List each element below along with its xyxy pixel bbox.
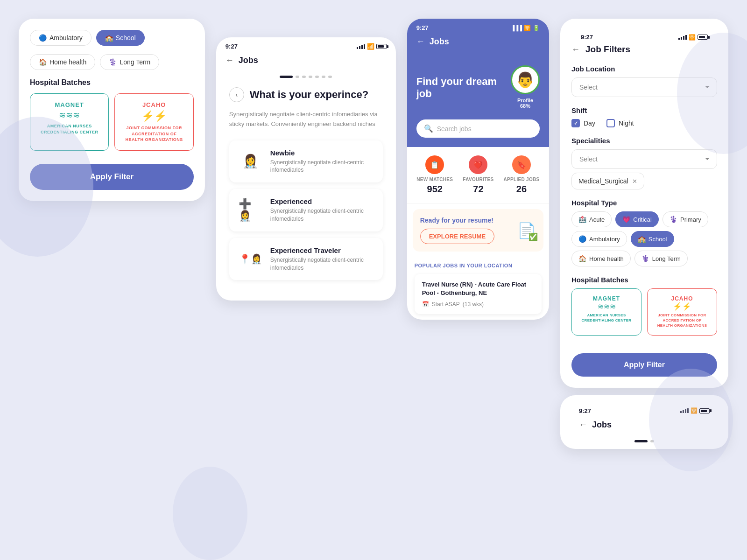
hospital-type-grid: 🏥 Acute 💗 Critical ⚕️ Primary 🔵	[571, 211, 717, 266]
experience-content: ‹ What is your experince? Synergisticall…	[216, 83, 396, 301]
night-label: Night	[619, 119, 634, 127]
battery-bottom-icon	[699, 408, 710, 413]
search-bar[interactable]: 🔍 Search jobs	[416, 119, 540, 138]
favourites-label: FAVOURITES	[463, 177, 493, 182]
hospital-batches-right-label: Hospital Batches	[571, 276, 717, 284]
hospital-batches-right-section: Hospital Batches MAGNET ≋≋≋ AMERICAN NUR…	[571, 276, 717, 336]
nav-title-bottom: Jobs	[592, 420, 612, 430]
batch-magnet-right-title: MAGNET	[577, 295, 636, 302]
battery-icon	[376, 44, 387, 49]
new-matches-label: NEW MATCHES	[416, 177, 453, 182]
batch-magnet-right[interactable]: MAGNET ≋≋≋ AMERICAN NURSESCREDENTIALING …	[571, 288, 641, 336]
batch-jcaho-right[interactable]: JCAHO ⚡⚡ JOINT COMMISSION FORACCREDITATI…	[647, 288, 717, 336]
acute-icon: 🏥	[578, 216, 586, 223]
back-btn-experience[interactable]: ←	[226, 56, 234, 65]
job-card[interactable]: Travel Nurse (RN) - Acute Care Float Poo…	[415, 274, 542, 314]
profile-percent: Profile 68%	[514, 96, 537, 110]
batch-jcaho-title: JCAHO	[120, 101, 187, 108]
status-bar-filters: 9:27 🛜	[571, 28, 717, 42]
night-checkbox[interactable]	[606, 119, 615, 127]
hosp-tag-school[interactable]: 🏫 School	[631, 231, 674, 247]
hosp-tag-long-term[interactable]: ⚕️ Long Term	[634, 251, 688, 266]
back-btn-filters[interactable]: ←	[571, 45, 580, 55]
right-col: 9:27 🛜 ← Job Filters	[560, 19, 728, 449]
magnet-wave-right-icon: ≋≋≋	[577, 302, 636, 311]
shift-night-check[interactable]: Night	[606, 119, 634, 127]
nav-header-experience: ← Jobs	[216, 52, 396, 73]
day-checkbox[interactable]	[571, 119, 580, 127]
shift-day-check[interactable]: Day	[571, 119, 595, 127]
tag-ambulatory[interactable]: 🔵 Ambulatory	[30, 30, 92, 46]
tag-school[interactable]: 🏫 School	[96, 30, 145, 46]
home-health-right-label: Home health	[589, 255, 624, 262]
explore-resume-btn[interactable]: EXPLORE RESUME	[420, 229, 494, 244]
batch-jcaho-left[interactable]: JCAHO ⚡⚡ JOINT COMMISSION FORACCREDITATI…	[114, 93, 193, 151]
panel-dream-job: 9:27 ▐▐▐ 🛜 🔋 ← Jobs Find your dream job …	[407, 19, 549, 320]
jcaho-lightning-icon: ⚡⚡	[120, 110, 187, 122]
apply-filter-btn-right[interactable]: Apply Filter	[571, 353, 717, 377]
specialities-select[interactable]: Select	[571, 149, 717, 169]
hosp-tag-primary[interactable]: ⚕️ Primary	[662, 211, 708, 227]
favourites-value: 72	[463, 184, 493, 195]
svg-point-3	[173, 467, 247, 560]
applied-jobs-value: 26	[504, 184, 540, 195]
experienced-text: Experienced Synergistically negotiate cl…	[270, 197, 374, 223]
experience-question-text: What is your experince?	[250, 88, 368, 102]
status-icons-filters: 🛜	[678, 34, 708, 41]
specialty-tag-label: Medical_Surgical	[578, 177, 628, 185]
tag-home-health[interactable]: 🏠 Home health	[30, 54, 95, 70]
experience-card-traveler[interactable]: 📍👩‍⚕️ Experienced Traveler Synergistical…	[229, 238, 383, 280]
status-bar-experience: 9:27 📶	[216, 37, 396, 52]
dot-3	[302, 76, 306, 78]
remove-specialty-icon[interactable]: ✕	[632, 178, 637, 185]
ambulatory-icon: 🔵	[39, 34, 47, 42]
specialities-section: Specialities Select Medical_Surgical ✕	[571, 137, 717, 189]
stat-applied-jobs: 🔖 APPLIED JOBS 26	[504, 155, 540, 195]
hospital-batches-title-left: Hospital Batches	[30, 78, 194, 87]
hosp-tag-ambulatory[interactable]: 🔵 Ambulatory	[571, 231, 627, 247]
status-bar-dream: 9:27 ▐▐▐ 🛜 🔋	[407, 19, 549, 33]
acute-label: Acute	[589, 216, 605, 223]
experience-card-experienced[interactable]: ➕👩‍⚕️ Experienced Synergistically negoti…	[229, 189, 383, 231]
hosp-tag-acute[interactable]: 🏥 Acute	[571, 211, 612, 227]
nav-title-dream: Jobs	[430, 37, 449, 47]
ambulatory-hosp-icon: 🔵	[578, 235, 586, 243]
newbie-text: Newbie Synergistically negotiate client-…	[270, 149, 374, 175]
status-bar-bottom: 9:27 🛜	[570, 402, 719, 416]
batch-magnet-left[interactable]: MAGNET ≋≋≋ AMERICAN NURSESCREDENTIALING …	[30, 93, 109, 151]
back-btn-bottom[interactable]: ←	[579, 420, 587, 430]
magnet-wave-icon: ≋≋≋	[36, 110, 103, 120]
school-hosp-icon: 🏫	[638, 235, 646, 243]
dream-banner: Find your dream job 👨 Profile 68%	[407, 54, 549, 119]
status-icons-bottom: 🛜	[680, 407, 710, 414]
apply-filter-btn-left[interactable]: Apply Filter	[30, 164, 194, 190]
hosp-tag-critical[interactable]: 💗 Critical	[615, 211, 659, 227]
filter-title-right: Job Filters	[585, 44, 630, 55]
tag-long-term[interactable]: ⚕️ Long Term	[100, 54, 159, 70]
location-select[interactable]: Select	[571, 77, 717, 97]
experience-card-newbie[interactable]: 👩‍⚕️ Newbie Synergistically negotiate cl…	[229, 140, 383, 183]
dream-text: Find your dream job	[416, 76, 511, 100]
back-arrow-circle[interactable]: ‹	[229, 87, 244, 102]
traveler-text: Experienced Traveler Synergistically neg…	[270, 246, 374, 272]
school-icon: 🏫	[105, 34, 113, 42]
applied-jobs-label: APPLIED JOBS	[504, 177, 540, 182]
experience-question-wrap: ‹ What is your experince?	[229, 87, 383, 102]
panel-jobs-bottom: 9:27 🛜 ← Jobs	[560, 395, 728, 449]
hospital-type-label: Hospital Type	[571, 199, 717, 207]
critical-icon: 💗	[622, 216, 630, 223]
signal-bottom-icon	[680, 408, 689, 413]
batch-magnet-sub: AMERICAN NURSESCREDENTIALING CENTER	[36, 123, 103, 135]
specialities-label: Specialities	[571, 137, 717, 145]
wifi-dream-icon: 🛜	[524, 25, 531, 31]
tag-ambulatory-label: Ambulatory	[49, 34, 83, 42]
signal-filters-icon	[678, 35, 687, 40]
filters-inner: 9:27 🛜 ← Job Filters	[560, 19, 728, 388]
shift-label: Shift	[571, 106, 717, 114]
battery-filters-icon	[698, 35, 708, 40]
back-btn-dream[interactable]: ←	[416, 37, 425, 47]
school-label: School	[648, 236, 667, 243]
home-health-hosp-icon: 🏠	[578, 255, 586, 262]
time-experience: 9:27	[226, 43, 238, 50]
hosp-tag-home-health[interactable]: 🏠 Home health	[571, 251, 631, 266]
